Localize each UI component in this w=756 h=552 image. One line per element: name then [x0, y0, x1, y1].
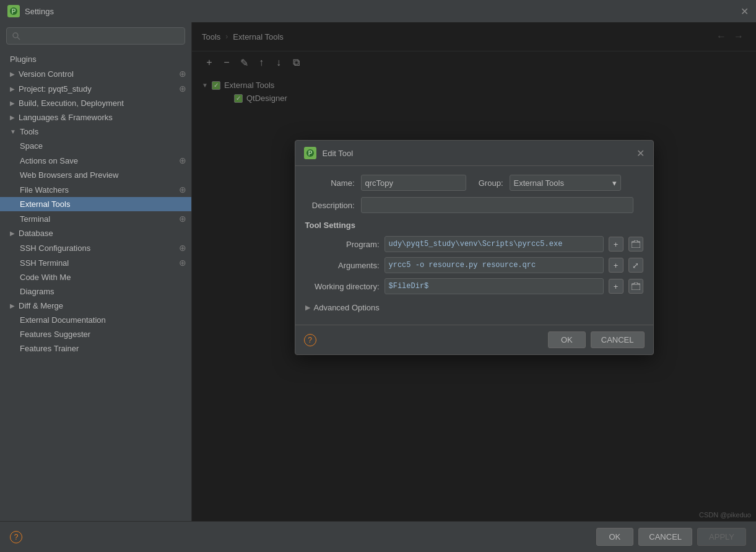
name-label: Name: [305, 178, 355, 188]
working-dir-add-button[interactable]: + [609, 279, 623, 294]
app-icon: P [7, 5, 20, 17]
svg-line-3 [17, 37, 20, 40]
sidebar-item-space[interactable]: Space [0, 139, 191, 153]
arguments-add-button[interactable]: + [609, 258, 623, 273]
sidebar-item-diff-merge[interactable]: ▶ Diff & Merge [0, 299, 191, 313]
sidebar-item-label: Project: pyqt5_study [19, 84, 179, 94]
sidebar-item-external-documentation[interactable]: External Documentation [0, 313, 191, 327]
add-icon[interactable]: ⊕ [179, 69, 186, 79]
group-dropdown-value: External Tools [514, 178, 564, 188]
sidebar-item-ssh-terminal[interactable]: SSH Terminal ⊕ [0, 255, 191, 270]
working-dir-browse-button[interactable] [628, 279, 643, 294]
sidebar-item-label: Actions on Save [20, 156, 179, 165]
sidebar-item-actions-on-save[interactable]: Actions on Save ⊕ [0, 153, 191, 168]
dialog-help-button[interactable]: ? [304, 334, 316, 346]
advanced-options-label: Advanced Options [314, 303, 380, 312]
settings-window: P Settings ✕ Plugins ▶ Version Control ⊕ [0, 0, 756, 552]
sidebar-item-file-watchers[interactable]: File Watchers ⊕ [0, 182, 191, 197]
expand-arrow-icon: ▶ [10, 114, 15, 121]
sidebar-item-label: Terminal [20, 214, 179, 224]
svg-text:P: P [308, 150, 312, 157]
dialog-body: Name: Group: External Tools ▾ Descriptio… [295, 166, 653, 325]
dialog-ok-button[interactable]: OK [548, 331, 586, 348]
settings-apply-button[interactable]: APPLY [697, 528, 746, 546]
add-icon[interactable]: ⊕ [179, 84, 186, 94]
svg-text:P: P [12, 8, 16, 15]
watermark: CSDN @pikeduo [699, 511, 751, 519]
sidebar-item-terminal[interactable]: Terminal ⊕ [0, 211, 191, 226]
sidebar: Plugins ▶ Version Control ⊕ ▶ Project: p… [0, 22, 192, 521]
group-dropdown[interactable]: External Tools ▾ [510, 175, 621, 191]
arguments-expand-button[interactable]: ⤢ [628, 258, 643, 273]
expand-arrow-icon: ▶ [10, 71, 15, 77]
description-input[interactable] [361, 197, 633, 213]
program-label: Program: [305, 240, 380, 249]
advanced-options-row[interactable]: ▶ Advanced Options [305, 299, 643, 316]
sidebar-item-plugins[interactable]: Plugins [0, 52, 191, 66]
dialog-title: Edit Tool [323, 149, 354, 158]
program-input[interactable] [385, 236, 604, 252]
sidebar-item-label: Languages & Frameworks [19, 113, 113, 122]
sidebar-item-features-trainer[interactable]: Features Trainer [0, 341, 191, 356]
add-icon[interactable]: ⊕ [179, 243, 186, 253]
edit-tool-dialog: P Edit Tool ✕ Name: Group: Ex [295, 140, 654, 355]
edit-tool-dialog-overlay: P Edit Tool ✕ Name: Group: Ex [192, 22, 756, 521]
sidebar-item-label: External Documentation [20, 315, 106, 325]
arguments-input[interactable] [385, 257, 604, 273]
expand-arrow-icon: ▶ [10, 302, 15, 309]
sidebar-item-label: Build, Execution, Deployment [19, 99, 124, 108]
sidebar-item-web-browsers[interactable]: Web Browsers and Preview [0, 168, 191, 182]
svg-rect-7 [632, 284, 640, 290]
sidebar-item-label: Space [20, 141, 43, 151]
sidebar-item-label: Diagrams [20, 287, 54, 296]
add-icon[interactable]: ⊕ [179, 156, 186, 165]
sidebar-item-label: Tools [20, 127, 38, 136]
bottom-bar: ? OK CANCEL APPLY [0, 521, 756, 552]
sidebar-item-tools[interactable]: ▼ Tools [0, 125, 191, 139]
arguments-label: Arguments: [305, 261, 380, 270]
main-content: Plugins ▶ Version Control ⊕ ▶ Project: p… [0, 22, 756, 521]
add-icon[interactable]: ⊕ [179, 214, 186, 224]
right-panel: Tools › External Tools ← → + − ✎ ↑ ↓ ⧉ [192, 22, 756, 521]
dialog-header: P Edit Tool ✕ [295, 141, 653, 166]
add-icon[interactable]: ⊕ [179, 185, 186, 195]
sidebar-item-build[interactable]: ▶ Build, Execution, Deployment [0, 96, 191, 110]
working-dir-label: Working directory: [305, 282, 380, 291]
settings-cancel-button[interactable]: CANCEL [638, 528, 692, 546]
help-button[interactable]: ? [10, 531, 22, 543]
name-input[interactable] [361, 175, 466, 191]
sidebar-item-project[interactable]: ▶ Project: pyqt5_study ⊕ [0, 81, 191, 96]
sidebar-item-label: SSH Configurations [20, 243, 179, 253]
expand-arrow-icon: ▼ [10, 128, 16, 135]
add-icon[interactable]: ⊕ [179, 258, 186, 268]
bottom-bar-buttons: OK CANCEL APPLY [596, 528, 747, 546]
working-dir-input[interactable] [385, 278, 604, 294]
sidebar-item-external-tools[interactable]: External Tools [0, 197, 191, 211]
expand-arrow-icon: ▶ [10, 85, 15, 92]
sidebar-item-label: Features Suggester [20, 330, 90, 339]
dialog-footer-buttons: OK CANCEL [548, 331, 645, 348]
window-close-button[interactable]: ✕ [741, 6, 749, 17]
program-add-button[interactable]: + [609, 237, 623, 252]
sidebar-item-version-control[interactable]: ▶ Version Control ⊕ [0, 66, 191, 81]
sidebar-item-languages[interactable]: ▶ Languages & Frameworks [0, 110, 191, 125]
sidebar-item-label: SSH Terminal [20, 258, 179, 268]
working-dir-row: Working directory: + [305, 278, 643, 294]
sidebar-item-label: Features Trainer [20, 344, 79, 353]
dialog-close-button[interactable]: ✕ [637, 147, 645, 159]
search-input[interactable] [6, 27, 185, 45]
program-row: Program: + [305, 236, 643, 252]
program-browse-button[interactable] [628, 237, 643, 252]
sidebar-item-features-suggester[interactable]: Features Suggester [0, 327, 191, 341]
sidebar-item-diagrams[interactable]: Diagrams [0, 284, 191, 299]
sidebar-item-code-with-me[interactable]: Code With Me [0, 270, 191, 284]
sidebar-item-ssh-configurations[interactable]: SSH Configurations ⊕ [0, 240, 191, 255]
sidebar-item-database[interactable]: ▶ Database [0, 226, 191, 240]
settings-ok-button[interactable]: OK [596, 528, 634, 546]
sidebar-items: Plugins ▶ Version Control ⊕ ▶ Project: p… [0, 50, 191, 521]
dialog-cancel-button[interactable]: CANCEL [591, 331, 645, 348]
sidebar-item-label: Plugins [10, 55, 37, 64]
dialog-app-icon: P [304, 147, 316, 159]
svg-rect-6 [632, 242, 640, 248]
expand-arrow-icon: ▶ [10, 100, 15, 107]
